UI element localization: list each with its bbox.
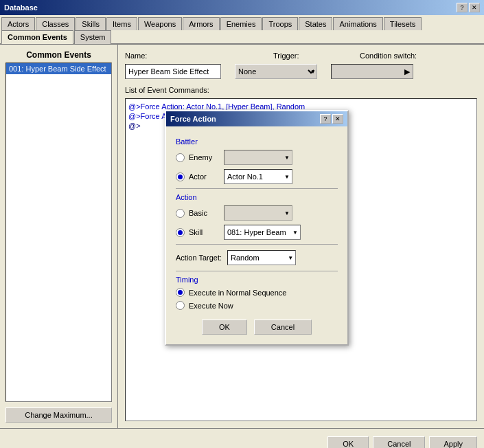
tab-armors[interactable]: Armors — [183, 17, 219, 30]
actor-select-wrapper: Actor No.1 Actor No.2 Actor No.3 — [224, 169, 292, 184]
tab-bar: Actors Classes Skills Items Weapons Armo… — [0, 15, 484, 45]
title-bar-buttons: ? ✕ — [457, 3, 480, 12]
modal-help-button[interactable]: ? — [320, 114, 331, 124]
tab-troops[interactable]: Troops — [262, 17, 298, 30]
skill-radio-row: Skill 081: Hyper Beam — [176, 225, 338, 240]
tab-actors[interactable]: Actors — [1, 17, 35, 30]
bottom-bar: OK Cancel Apply — [0, 428, 484, 448]
divider-2 — [176, 244, 338, 245]
condition-switch-input: ▶ — [331, 64, 413, 79]
modal-ok-button[interactable]: OK — [202, 320, 247, 335]
basic-label: Basic — [189, 209, 220, 217]
tab-tilesets[interactable]: Tilesets — [384, 17, 422, 30]
left-panel-title: Common Events — [5, 50, 112, 60]
divider-1 — [176, 188, 338, 189]
name-row: Name: Trigger: Condition switch: — [125, 52, 477, 60]
divider-3 — [176, 271, 338, 271]
tab-weapons[interactable]: Weapons — [138, 17, 182, 30]
execute-normal-label: Execute in Normal Sequence — [189, 289, 286, 297]
battler-section-header: Battler — [176, 137, 338, 146]
actor-select[interactable]: Actor No.1 Actor No.2 Actor No.3 — [224, 169, 292, 184]
help-button[interactable]: ? — [457, 3, 468, 12]
execute-now-label: Execute Now — [189, 302, 233, 310]
trigger-label: Trigger: — [273, 52, 308, 60]
timing-section-header: Timing — [176, 276, 338, 284]
actor-radio[interactable] — [176, 172, 185, 181]
name-input[interactable] — [125, 64, 221, 79]
basic-select-wrapper — [224, 205, 292, 221]
basic-select[interactable] — [224, 205, 292, 221]
skill-radio[interactable] — [176, 228, 185, 237]
action-section-header: Action — [176, 193, 338, 201]
action-target-select[interactable]: Random Last Target First Target — [227, 250, 296, 265]
condition-label: Condition switch: — [360, 52, 417, 60]
modal-close-button[interactable]: ✕ — [332, 114, 343, 124]
modal-body: Battler Enemy Actor Actor No.1 Actor No.… — [166, 126, 347, 344]
trigger-select-wrapper: None Autorun Parallel Process — [235, 64, 317, 79]
tab-common-events[interactable]: Common Events — [1, 30, 73, 44]
ok-button[interactable]: OK — [327, 436, 369, 449]
tab-skills[interactable]: Skills — [76, 17, 106, 30]
tab-animations[interactable]: Animations — [333, 17, 382, 30]
name-input-row: None Autorun Parallel Process ▶ — [125, 64, 477, 79]
modal-buttons: OK Cancel — [176, 320, 338, 335]
skill-label: Skill — [189, 228, 220, 236]
execute-normal-radio-row: Execute in Normal Sequence — [176, 288, 338, 297]
action-target-select-wrapper: Random Last Target First Target — [227, 250, 296, 265]
title-bar-left: Database — [4, 3, 38, 12]
enemy-radio[interactable] — [176, 153, 185, 162]
execute-now-radio[interactable] — [176, 301, 185, 310]
close-button[interactable]: ✕ — [469, 3, 480, 12]
left-panel: Common Events 001: Hyper Beam Side Effec… — [0, 45, 118, 428]
modal-title-buttons: ? ✕ — [320, 114, 343, 124]
common-events-list[interactable]: 001: Hyper Beam Side Effect — [5, 63, 112, 402]
force-action-modal: Force Action ? ✕ Battler Enemy — [165, 110, 349, 346]
action-target-row: Action Target: Random Last Target First … — [176, 250, 338, 265]
change-maximum-button[interactable]: Change Maximum... — [5, 407, 112, 423]
tab-states[interactable]: States — [299, 17, 332, 30]
basic-radio[interactable] — [176, 209, 185, 218]
actor-radio-row: Actor Actor No.1 Actor No.2 Actor No.3 — [176, 169, 338, 184]
tab-classes[interactable]: Classes — [36, 17, 75, 30]
modal-cancel-button[interactable]: Cancel — [254, 320, 312, 335]
list-item[interactable]: 001: Hyper Beam Side Effect — [6, 63, 111, 74]
enemy-select-wrapper — [224, 150, 292, 165]
event-commands-label: List of Event Commands: — [125, 86, 477, 94]
trigger-select[interactable]: None Autorun Parallel Process — [235, 64, 317, 79]
enemy-radio-row: Enemy — [176, 150, 338, 165]
tab-items[interactable]: Items — [106, 17, 137, 30]
cancel-button[interactable]: Cancel — [373, 436, 425, 449]
name-label: Name: — [125, 52, 159, 60]
title-bar: Database ? ✕ — [0, 0, 484, 15]
actor-label: Actor — [189, 172, 220, 181]
modal-title-bar: Force Action ? ✕ — [166, 111, 347, 126]
modal-title: Force Action — [170, 115, 216, 123]
enemy-select[interactable] — [224, 150, 292, 165]
basic-radio-row: Basic — [176, 205, 338, 221]
skill-select-wrapper: 081: Hyper Beam — [224, 225, 301, 240]
app-title: Database — [4, 3, 38, 12]
action-target-label: Action Target: — [176, 254, 222, 262]
execute-normal-radio[interactable] — [176, 288, 185, 297]
tab-system[interactable]: System — [74, 30, 112, 44]
skill-select[interactable]: 081: Hyper Beam — [224, 225, 301, 240]
apply-button[interactable]: Apply — [429, 436, 477, 449]
tab-enemies[interactable]: Enemies — [220, 17, 262, 30]
enemy-label: Enemy — [189, 153, 220, 161]
execute-now-radio-row: Execute Now — [176, 301, 338, 310]
